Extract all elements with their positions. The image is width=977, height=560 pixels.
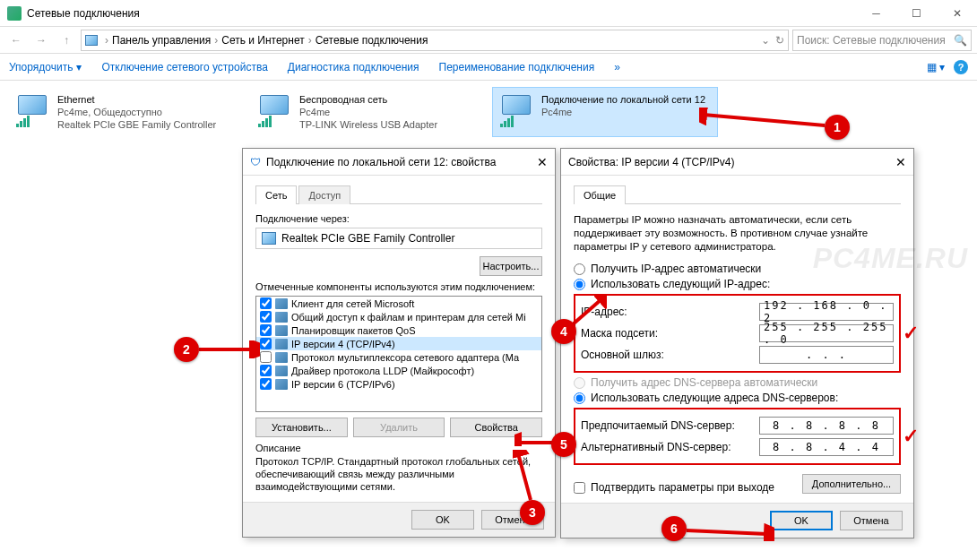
breadcrumb-bar[interactable]: › Панель управления › Сеть и Интернет › … — [81, 30, 789, 51]
search-input[interactable]: Поиск: Сетевые подключения 🔍 — [792, 30, 972, 51]
maximize-button[interactable]: ☐ — [896, 0, 937, 26]
annotation-badge-1: 1 — [825, 115, 850, 140]
annotation-badge-6: 6 — [661, 516, 687, 541]
configure-button[interactable]: Настроить... — [480, 256, 542, 276]
connection-lan-12[interactable]: Подключение по локальной сети 12 Pc4me — [493, 88, 717, 136]
remove-button: Удалить — [353, 418, 445, 437]
refresh-icon[interactable]: ↻ — [775, 34, 784, 47]
ip-fields-group: IP-адрес:192 . 168 . 0 . 2 Маска подсети… — [574, 294, 901, 373]
search-icon: 🔍 — [954, 34, 967, 47]
tab-network[interactable]: Сеть — [255, 185, 297, 204]
tab-access[interactable]: Доступ — [298, 185, 350, 204]
up-button[interactable]: ↑ — [56, 30, 77, 51]
annotation-badge-4: 4 — [551, 319, 576, 344]
close-icon[interactable]: ✕ — [537, 155, 548, 169]
check-mark-icon: ✓ — [903, 322, 919, 345]
connection-properties-dialog: 🛡 Подключение по локальной сети 12: свой… — [242, 148, 556, 538]
radio-auto-ip[interactable] — [574, 263, 585, 275]
install-button[interactable]: Установить... — [255, 418, 348, 437]
dropdown-icon[interactable]: ⌄ — [761, 34, 770, 47]
diagnose-connection[interactable]: Диагностика подключения — [288, 61, 419, 73]
disable-device[interactable]: Отключение сетевого устройства — [101, 61, 267, 73]
annotation-arrow-6 — [685, 523, 774, 541]
advanced-button[interactable]: Дополнительно... — [802, 474, 901, 494]
back-button[interactable]: ← — [5, 30, 27, 51]
svg-line-4 — [573, 299, 601, 324]
annotation-arrow-3 — [513, 450, 540, 504]
close-button[interactable]: ✕ — [937, 0, 977, 26]
ok-button[interactable]: OK — [411, 510, 474, 530]
svg-line-3 — [518, 453, 531, 500]
connection-ethernet[interactable]: Ethernet Pc4me, Общедоступно Realtek PCI… — [9, 88, 233, 136]
preferred-dns-field[interactable]: 8 . 8 . 8 . 8 — [759, 417, 894, 435]
organize-menu[interactable]: Упорядочить — [9, 61, 73, 73]
radio-auto-dns — [574, 377, 585, 389]
radio-manual-dns[interactable] — [574, 392, 585, 404]
radio-manual-ip[interactable] — [574, 279, 585, 290]
annotation-arrow-1 — [699, 108, 829, 134]
validate-checkbox[interactable] — [574, 482, 585, 494]
close-icon[interactable]: ✕ — [895, 155, 906, 169]
annotation-arrow-4 — [571, 296, 607, 327]
check-mark-icon: ✓ — [903, 425, 919, 448]
crumb-network-connections[interactable]: Сетевые подключения — [316, 34, 428, 47]
dns-fields-group: Предпочитаемый DNS-сервер:8 . 8 . 8 . 8 … — [574, 408, 901, 465]
app-icon — [7, 6, 22, 21]
ip-address-field[interactable]: 192 . 168 . 0 . 2 — [759, 303, 894, 321]
crumb-network-internet[interactable]: Сеть и Интернет — [221, 34, 304, 47]
svg-line-1 — [704, 115, 825, 125]
alternate-dns-field[interactable]: 8 . 8 . 4 . 4 — [759, 438, 894, 456]
components-list[interactable]: Клиент для сетей Microsoft Общий доступ … — [255, 296, 542, 412]
annotation-arrow-2 — [197, 340, 260, 358]
tab-general[interactable]: Общие — [574, 185, 626, 204]
subnet-mask-field[interactable]: 255 . 255 . 255 . 0 — [759, 324, 894, 342]
forward-button[interactable]: → — [30, 30, 52, 51]
command-bar: Упорядочить▾ Отключение сетевого устройс… — [0, 54, 977, 81]
ok-button[interactable]: OK — [770, 511, 833, 530]
connection-wireless[interactable]: Беспроводная сеть Pc4me TP-LINK Wireless… — [251, 88, 475, 136]
component-ipv4: IP версии 4 (TCP/IPv4) — [256, 337, 541, 350]
help-icon[interactable]: ? — [954, 60, 968, 74]
ipv4-properties-dialog: Свойства: IP версии 4 (TCP/IPv4) ✕ Общие… — [560, 148, 914, 538]
adapter-icon — [262, 232, 276, 245]
rename-connection[interactable]: Переименование подключения — [439, 61, 595, 73]
cancel-button[interactable]: Отмена — [840, 511, 903, 530]
annotation-badge-2: 2 — [174, 337, 199, 362]
address-bar: ← → ↑ › Панель управления › Сеть и Интер… — [0, 27, 977, 54]
window-titlebar: Сетевые подключения ─ ☐ ✕ — [0, 0, 977, 27]
crumb-control-panel[interactable]: Панель управления — [112, 34, 211, 47]
svg-line-6 — [687, 530, 767, 534]
annotation-badge-5: 5 — [551, 432, 576, 457]
annotation-badge-3: 3 — [520, 500, 545, 525]
folder-icon — [85, 35, 98, 46]
gateway-field[interactable]: . . . — [759, 346, 894, 364]
view-options-icon[interactable]: ▦ ▾ — [927, 61, 945, 73]
window-title: Сетевые подключения — [27, 7, 140, 20]
minimize-button[interactable]: ─ — [856, 0, 896, 26]
adapter-display: Realtek PCIe GBE Family Controller — [255, 228, 542, 249]
shield-icon: 🛡 — [250, 156, 261, 168]
